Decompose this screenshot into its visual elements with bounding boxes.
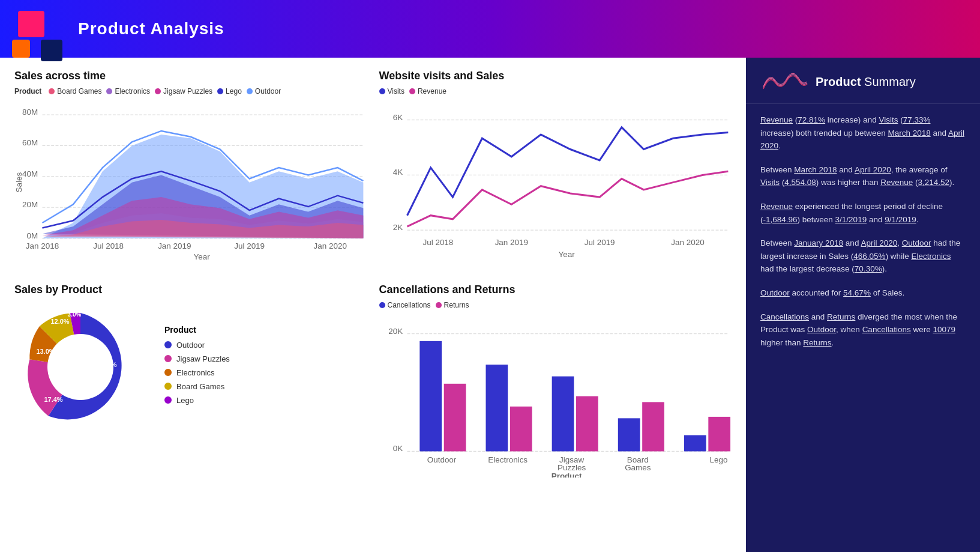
legend-revenue: Revenue — [409, 87, 446, 96]
legend-dot-jigsaw — [155, 88, 161, 94]
sales-across-time-panel: Sales across time Product Board Games El… — [14, 70, 367, 265]
x-jul18: Jul 2018 — [422, 238, 453, 247]
x-label-jan20: Jan 2020 — [314, 241, 347, 250]
bar-board-return — [642, 402, 664, 452]
pie-legend-lego: Lego — [164, 396, 230, 405]
x-label-jul19: Jul 2019 — [234, 241, 265, 250]
legend-dot-visits — [379, 88, 385, 94]
x-axis-label-cancel: Product — [551, 472, 582, 478]
y-6k: 6K — [392, 113, 402, 122]
summary-title: Product Summary — [816, 75, 916, 89]
summary-header: Product Summary — [746, 58, 980, 104]
revenue-line — [407, 171, 728, 226]
pie-legend-jigsaw: Jigsaw Puzzles — [164, 354, 230, 363]
summary-p3: Between January 2018 and April 2020, Out… — [760, 237, 966, 276]
sales-across-time-title: Sales across time — [14, 70, 367, 82]
pie-section: 54.7% 17.4% 13.0% 12.0% 3.0% Product Out… — [14, 301, 367, 433]
x-board-2: Games — [625, 464, 651, 473]
x-label-jul18: Jul 2018 — [93, 241, 124, 250]
pie-legend-outdoor: Outdoor — [164, 341, 230, 350]
pie-dot-electronics — [164, 369, 172, 376]
sales-legend-label: Product — [14, 87, 41, 96]
sales-legend: Product Board Games Electronics Jigsaw P… — [14, 87, 367, 96]
logo-pink-square — [18, 11, 44, 37]
cancellations-chart: 20K 0K — [379, 315, 732, 477]
legend-dot-revenue — [409, 88, 415, 94]
x-jan19: Jan 2019 — [495, 238, 528, 247]
y-label-0m: 0M — [26, 231, 38, 240]
legend-lego: Lego — [217, 87, 242, 96]
logo-orange-square — [12, 40, 30, 58]
y-label-40m: 40M — [22, 169, 38, 178]
legend-jigsaw: Jigsaw Puzzles — [155, 87, 212, 96]
visits-chart: 6K 4K 2K Jul 2018 Jan 2019 Jul 2019 Jan … — [379, 102, 732, 263]
visits-line — [407, 127, 728, 216]
x-axis-label-visits: Year — [558, 250, 575, 259]
x-label-jan19: Jan 2019 — [158, 241, 191, 250]
header: Product Analysis — [0, 0, 980, 58]
summary-panel: Product Summary Revenue (72.81% increase… — [746, 58, 980, 552]
y-2k: 2K — [392, 223, 402, 232]
pie-chart: 54.7% 17.4% 13.0% 12.0% 3.0% — [14, 301, 146, 433]
website-visits-title: Website visits and Sales — [379, 70, 732, 82]
summary-p2: Revenue experienced the longest period o… — [760, 200, 966, 226]
y-label-60m: 60M — [22, 138, 38, 147]
legend-outdoor: Outdoor — [247, 87, 281, 96]
pie-dot-board-games — [164, 383, 172, 390]
pie-label-outdoor: 54.7% — [98, 361, 116, 368]
pie-label-board-games: 12.0% — [50, 318, 69, 325]
x-lego: Lego — [709, 455, 727, 464]
pie-label-jigsaw: 17.4% — [44, 396, 62, 403]
visits-legend: Visits Revenue — [379, 87, 732, 96]
pie-legend: Product Outdoor Jigsaw Puzzles Electroni… — [164, 325, 230, 410]
bar-lego-return — [708, 417, 730, 452]
logo-dark-square — [41, 40, 62, 61]
charts-row-2: Sales by Product — [14, 284, 732, 479]
cancellations-panel: Cancellations and Returns Cancellations … — [379, 284, 732, 479]
pie-legend-board-games: Board Games — [164, 382, 230, 391]
cancellations-title: Cancellations and Returns — [379, 284, 732, 296]
summary-p5: Cancellations and Returns diverged the m… — [760, 311, 966, 350]
cancel-legend: Cancellations Returns — [379, 301, 732, 309]
bar-outdoor-return — [443, 384, 466, 452]
bar-elec-return — [510, 407, 532, 452]
y-axis-label: Sales — [14, 172, 23, 193]
legend-dot-returns — [436, 302, 442, 308]
legend-dot-electronics — [106, 88, 112, 94]
sales-by-product-title: Sales by Product — [14, 284, 367, 296]
bar-jigsaw-return — [576, 396, 598, 452]
y-label-80m: 80M — [22, 108, 38, 117]
summary-p0: Revenue (72.81% increase) and Visits (77… — [760, 114, 966, 153]
bar-outdoor-cancel — [419, 341, 442, 452]
logo — [18, 11, 66, 47]
bar-lego-cancel — [684, 435, 706, 452]
pie-dot-jigsaw — [164, 355, 172, 362]
summary-content: Revenue (72.81% increase) and Visits (77… — [746, 104, 980, 552]
legend-cancellations: Cancellations — [379, 301, 431, 309]
legend-dot-lego — [217, 88, 223, 94]
pie-label-electronics: 13.0% — [36, 348, 55, 355]
pie-dot-outdoor — [164, 341, 172, 348]
legend-dot-cancellations — [379, 302, 385, 308]
page-title: Product Analysis — [78, 19, 224, 38]
x-label-jan18: Jan 2018 — [26, 241, 59, 250]
legend-returns: Returns — [436, 301, 469, 309]
pie-label-lego: 3.0% — [68, 311, 82, 318]
pie-legend-title: Product — [164, 325, 230, 335]
bar-board-cancel — [618, 419, 640, 452]
y-0k: 0K — [392, 444, 402, 453]
legend-board-games: Board Games — [49, 87, 101, 96]
legend-dot-outdoor — [247, 88, 253, 94]
y-4k: 4K — [392, 168, 402, 177]
charts-area: Sales across time Product Board Games El… — [0, 58, 746, 552]
pie-legend-electronics: Electronics — [164, 368, 230, 377]
legend-visits: Visits — [379, 87, 404, 96]
bar-elec-cancel — [485, 365, 508, 451]
summary-p4: Outdoor accounted for 54.67% of Sales. — [760, 287, 966, 300]
y-label-20m: 20M — [22, 200, 38, 209]
main-layout: Sales across time Product Board Games El… — [0, 58, 980, 552]
x-jan20: Jan 2020 — [671, 238, 704, 247]
summary-waves-icon — [760, 70, 808, 94]
x-jul19: Jul 2019 — [584, 238, 615, 247]
y-20k: 20K — [388, 327, 403, 336]
